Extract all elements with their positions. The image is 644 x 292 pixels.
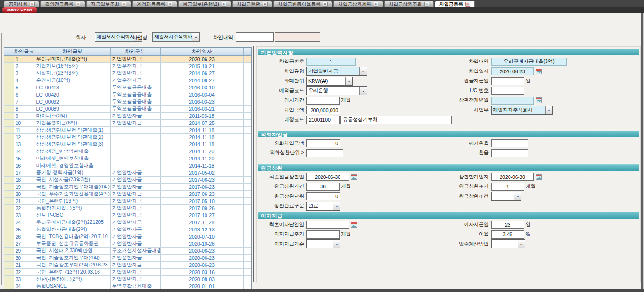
table-row[interactable]: 4운전자금(10억)기업운전자금2014-06-27: [4, 77, 251, 84]
table-row[interactable]: 26국민_TCB신용대출(2억) 20.7.10기업일반자금2020-07-10: [4, 233, 251, 240]
table-row[interactable]: 31국민_기술창조우대(2억) 20.6.23기업일반자금2020-06-23: [4, 261, 251, 268]
table-row[interactable]: 6LC_00420무역포괄금융대출2016-03-04: [4, 91, 251, 98]
calendar-icon[interactable]: [351, 222, 357, 228]
tab-close-icon[interactable]: ×: [424, 2, 429, 7]
chevron-down-icon[interactable]: ⌄: [192, 33, 199, 41]
cell-date[interactable]: 2020-08-03: [160, 275, 243, 283]
tab-close-icon[interactable]: ×: [465, 2, 470, 7]
table-row[interactable]: 5LC_00413무역포괄금융대출2016-03-10: [4, 84, 251, 91]
tab-close-icon[interactable]: ×: [263, 2, 268, 7]
cell-type[interactable]: 기업일반자금: [110, 226, 160, 233]
cell-date[interactable]: 2018-12-13: [160, 226, 243, 233]
calendar-icon[interactable]: [536, 174, 542, 180]
table-row[interactable]: 15미래에셋_변액보험대출2014-11-20: [4, 155, 251, 162]
cell-name[interactable]: 신한(-)통장예금(2억): [35, 275, 110, 283]
cell-code[interactable]: 16: [14, 162, 35, 169]
cell-name[interactable]: 농협장기차입금(5억): [35, 204, 110, 212]
table-row[interactable]: 19국민_기술창조기업우대대출(6억)기업일반자금2017-06-23: [4, 183, 251, 190]
cell-type[interactable]: 기업일반자금: [110, 176, 160, 183]
cell-code[interactable]: 24: [14, 219, 35, 226]
row-selector-cell[interactable]: [4, 226, 14, 233]
table-row[interactable]: 29국민_시설대 2,330백만원구조개선시설자금대출2020-06-23: [4, 247, 251, 254]
cell-filler[interactable]: [243, 226, 251, 233]
cell-code[interactable]: 9: [14, 112, 35, 119]
cell-name[interactable]: 국민_시설자금(23억3천): [35, 176, 110, 183]
cell-date[interactable]: 2017-06-23: [160, 183, 243, 190]
table-row[interactable]: 2기업기보(16억5천)기업운전자금2015-10-21: [4, 62, 251, 70]
currency-select[interactable]: KRW(₩) ⌄: [306, 77, 353, 86]
table-row[interactable]: 25농협일반자금대출(2억)기업일반자금2018-12-13: [4, 226, 251, 233]
row-selector-cell[interactable]: [4, 133, 14, 141]
row-selector-cell[interactable]: [4, 190, 14, 197]
table-row[interactable]: 17중기청 정책자금(1억)기업일반자금2017-05-02: [4, 169, 251, 176]
row-selector-cell[interactable]: [4, 62, 14, 70]
cell-date[interactable]: 2014-11-18: [160, 162, 243, 169]
cell-date[interactable]: 2020-10-26: [160, 240, 243, 247]
table-row[interactable]: 24우리구매자금대출(2억)221205기업일반자금2017-11-28: [4, 219, 251, 226]
loan-desc-detail-field[interactable]: 우리구매자금대출(3억): [491, 58, 567, 66]
interest-rate-field[interactable]: 3.46: [491, 230, 524, 239]
tab-close-icon[interactable]: ×: [168, 2, 172, 7]
cell-name[interactable]: 국민_기술창조우대(2억) 20.6.23: [35, 261, 110, 268]
repay-condition-select[interactable]: ⌄: [491, 192, 521, 201]
loan-desc-input-2[interactable]: [275, 32, 320, 42]
cell-date[interactable]: 2020-03-16: [160, 268, 243, 275]
row-selector-cell[interactable]: [4, 268, 14, 275]
cell-name[interactable]: 국민_시설대 2,330백만원: [35, 247, 110, 254]
loan-date-field[interactable]: 2020-06-23: [491, 67, 534, 75]
row-selector-cell[interactable]: [4, 148, 14, 155]
cell-filler[interactable]: [243, 126, 251, 133]
row-selector-cell[interactable]: [4, 219, 14, 226]
cell-name[interactable]: 국민_기술창조기업우대대출(6억): [35, 183, 110, 190]
table-row[interactable]: 12삼성생명단체보험 약관대출(2)2014-11-18: [4, 133, 251, 141]
table-row[interactable]: 13삼성생명단체보험 약관대출(3)2014-11-18: [4, 141, 251, 148]
cell-name[interactable]: 중기청 정책자금(1억): [35, 169, 110, 176]
cell-filler[interactable]: [243, 197, 251, 204]
cell-type[interactable]: [110, 155, 160, 162]
grid-header-type[interactable]: 차입구분: [110, 48, 160, 55]
cell-filler[interactable]: [243, 98, 251, 105]
repay-cycle-field[interactable]: 1: [491, 183, 524, 191]
cell-type[interactable]: 기업일반자금: [110, 233, 160, 240]
account-code-field[interactable]: 21001100: [306, 116, 340, 124]
cell-type[interactable]: 무역포괄금융대출: [110, 98, 160, 105]
cell-date[interactable]: 2014-11-18: [160, 126, 243, 133]
cell-name[interactable]: 우리구매자금대출(2억)221205: [35, 219, 110, 226]
row-selector-cell[interactable]: [4, 91, 14, 98]
cell-name[interactable]: 삼성생명_변액약관대출: [35, 148, 110, 155]
grid-header-code[interactable]: 차입금코드: [14, 48, 35, 55]
row-selector-cell[interactable]: [4, 70, 14, 77]
cell-filler[interactable]: [243, 233, 251, 240]
cell-name[interactable]: 마이너스(3억): [35, 112, 110, 119]
tab-close-icon[interactable]: ×: [76, 2, 80, 7]
cell-date[interactable]: 2014-06-27: [160, 70, 243, 77]
cell-date[interactable]: 2011-03-18: [160, 112, 243, 119]
cell-name[interactable]: 미래에셋_변액보험대출: [35, 155, 110, 162]
row-selector-cell[interactable]: [4, 176, 14, 183]
interest-pay-day-field[interactable]: 23: [491, 221, 524, 229]
ex-rate-field[interactable]: [491, 149, 528, 157]
cell-filler[interactable]: [243, 190, 251, 197]
cell-code[interactable]: 33: [14, 275, 35, 283]
cell-date[interactable]: 2017-09-26: [160, 204, 243, 212]
principal-pay-day-field[interactable]: [491, 77, 524, 85]
cell-type[interactable]: 기업일반자금: [110, 55, 160, 62]
cell-filler[interactable]: [243, 169, 251, 176]
cell-date[interactable]: 2014-11-20: [160, 148, 243, 155]
cell-name[interactable]: LC_00413: [35, 84, 110, 91]
cell-name[interactable]: 국민_우수기술기업신용대출(4억): [35, 190, 110, 197]
cell-date[interactable]: 2014-06-27: [160, 77, 243, 84]
cell-date[interactable]: 2017-06-23: [160, 190, 243, 197]
cell-code[interactable]: 5: [14, 84, 35, 91]
cell-filler[interactable]: [243, 55, 251, 62]
cell-name[interactable]: 운전자금(10억): [35, 77, 110, 84]
row-selector-cell[interactable]: [4, 55, 14, 62]
cell-name[interactable]: 삼성생명단체보험 약관대출(2): [35, 133, 110, 141]
cell-code[interactable]: 27: [14, 240, 35, 247]
cell-type[interactable]: 기업일반자금: [110, 183, 160, 190]
cell-filler[interactable]: [243, 77, 251, 84]
table-row[interactable]: 32국민_온랜딩 (13억) 20.03.16기업일반자금2020-03-16: [4, 268, 251, 275]
cell-filler[interactable]: [243, 204, 251, 212]
cell-date[interactable]: 2020-06-23: [160, 254, 243, 261]
grid-header-name[interactable]: 차입금명: [35, 48, 110, 55]
